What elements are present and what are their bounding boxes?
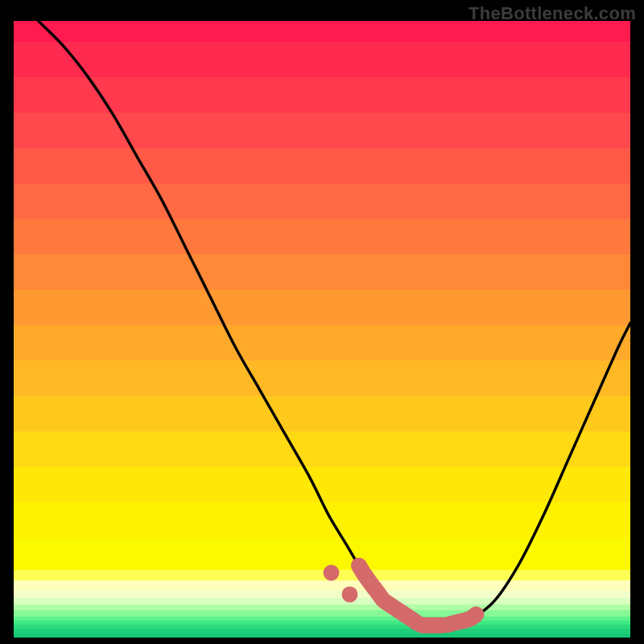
bottleneck-curve [39, 21, 630, 626]
highlight-dot [342, 586, 358, 602]
optimal-range-highlight [359, 566, 477, 625]
highlight-dot [324, 565, 340, 581]
curve-layer [14, 21, 630, 638]
plot-area [14, 21, 630, 638]
chart-stage: TheBottleneck.com [0, 0, 644, 644]
